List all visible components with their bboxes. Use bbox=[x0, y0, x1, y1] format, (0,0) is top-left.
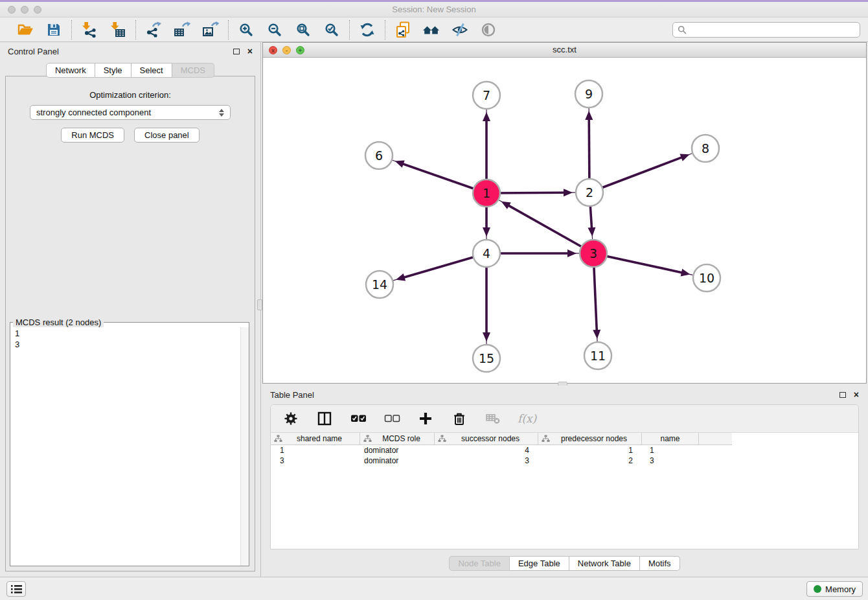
column-header-mcds-role[interactable]: MCDS role bbox=[360, 433, 435, 444]
tab-edge-table[interactable]: Edge Table bbox=[510, 556, 569, 571]
graph-edge[interactable] bbox=[589, 154, 692, 192]
mcds-result-list: 13 bbox=[10, 327, 249, 351]
column-header-successor-nodes[interactable]: successor nodes bbox=[435, 433, 538, 444]
delete-column-icon[interactable] bbox=[450, 410, 468, 428]
dropdown-stepper-icon bbox=[219, 109, 224, 117]
network-canvas[interactable]: 7968124314101511 bbox=[263, 58, 866, 383]
zoom-out-icon[interactable] bbox=[266, 21, 284, 39]
minimize-window-button[interactable] bbox=[21, 6, 29, 14]
graph-edge[interactable] bbox=[393, 160, 486, 193]
export-network-icon[interactable] bbox=[144, 21, 163, 39]
network-maximize-button[interactable]: + bbox=[296, 46, 304, 54]
table-cell[interactable]: 3 bbox=[642, 456, 699, 465]
control-panel-title: Control Panel bbox=[8, 47, 59, 56]
save-session-icon[interactable] bbox=[45, 21, 63, 39]
tab-mcds[interactable]: MCDS bbox=[172, 63, 214, 78]
graph-node[interactable]: 2 bbox=[576, 179, 603, 206]
search-box bbox=[672, 22, 860, 38]
mcds-result-item: 3 bbox=[15, 339, 244, 350]
graph-node[interactable]: 8 bbox=[692, 135, 719, 162]
search-input[interactable] bbox=[690, 25, 855, 34]
session-title: Session: New Session bbox=[0, 2, 868, 17]
network-close-button[interactable]: x bbox=[269, 46, 277, 54]
graph-edge[interactable] bbox=[393, 253, 486, 281]
close-panel-icon[interactable]: × bbox=[247, 47, 253, 55]
network-minimize-button[interactable]: - bbox=[282, 46, 291, 54]
graph-node[interactable]: 11 bbox=[584, 342, 611, 369]
graph-node[interactable]: 9 bbox=[575, 80, 602, 108]
close-table-panel-icon[interactable]: × bbox=[854, 391, 859, 398]
tab-network-table[interactable]: Network Table bbox=[569, 556, 640, 571]
mcds-result-group: MCDS result (2 nodes) 13 bbox=[10, 317, 249, 566]
table-cell[interactable]: 1 bbox=[538, 446, 642, 455]
deselect-all-icon[interactable] bbox=[383, 410, 401, 428]
task-history-button[interactable] bbox=[6, 581, 26, 597]
tab-node-table[interactable]: Node Table bbox=[449, 556, 510, 571]
memory-label: Memory bbox=[825, 584, 856, 594]
graph-edge[interactable] bbox=[499, 200, 593, 253]
export-image-icon[interactable] bbox=[201, 21, 220, 39]
select-all-icon[interactable] bbox=[349, 410, 367, 428]
table-cell[interactable]: 2 bbox=[538, 456, 642, 465]
tab-network[interactable]: Network bbox=[46, 63, 95, 78]
open-session-icon[interactable] bbox=[16, 21, 34, 39]
column-hierarchy-icon bbox=[274, 435, 282, 443]
import-table-icon[interactable] bbox=[109, 21, 127, 39]
home-view-icon[interactable] bbox=[422, 21, 440, 39]
close-window-button[interactable] bbox=[8, 6, 16, 14]
tab-select[interactable]: Select bbox=[131, 63, 172, 78]
show-view-icon[interactable] bbox=[479, 21, 497, 39]
float-table-panel-icon[interactable] bbox=[839, 392, 846, 398]
table-cell[interactable]: 1 bbox=[271, 446, 360, 455]
zoom-window-button[interactable] bbox=[34, 6, 41, 14]
optimization-criterion-select[interactable]: strongly connected component bbox=[30, 105, 231, 120]
table-cell[interactable]: dominator bbox=[360, 446, 435, 455]
table-settings-gear-icon[interactable] bbox=[282, 410, 300, 428]
graph-node-label: 2 bbox=[586, 185, 593, 200]
zoom-in-icon[interactable] bbox=[237, 21, 255, 39]
graph-node-label: 7 bbox=[483, 88, 490, 102]
graph-node[interactable]: 6 bbox=[365, 142, 393, 169]
hide-selected-icon[interactable] bbox=[451, 21, 469, 39]
app-titlebar: Session: New Session bbox=[0, 2, 868, 17]
run-mcds-button[interactable]: Run MCDS bbox=[61, 128, 124, 143]
graph-node-label: 6 bbox=[375, 148, 383, 163]
graph-edge-arrow bbox=[680, 154, 689, 161]
show-columns-icon[interactable] bbox=[315, 410, 334, 428]
graph-node[interactable]: 4 bbox=[473, 240, 500, 267]
table-row[interactable]: 3dominator323 bbox=[271, 456, 858, 466]
import-network-icon[interactable] bbox=[80, 21, 98, 39]
result-scrollbar[interactable] bbox=[240, 327, 249, 566]
zoom-selected-icon[interactable] bbox=[323, 21, 341, 39]
tab-motifs[interactable]: Motifs bbox=[640, 556, 680, 571]
graph-node[interactable]: 7 bbox=[473, 82, 500, 109]
graph-node[interactable]: 15 bbox=[473, 345, 500, 372]
graph-edge[interactable] bbox=[593, 253, 693, 276]
graph-node[interactable]: 14 bbox=[366, 271, 393, 298]
copy-style-icon[interactable] bbox=[394, 21, 412, 39]
tab-style[interactable]: Style bbox=[95, 63, 131, 78]
table-cell[interactable]: 4 bbox=[435, 446, 538, 455]
vertical-splitter-handle[interactable] bbox=[257, 299, 262, 310]
close-panel-button[interactable]: Close panel bbox=[134, 128, 200, 143]
table-cell[interactable]: 3 bbox=[271, 456, 360, 465]
zoom-fit-icon[interactable] bbox=[294, 21, 312, 39]
column-header-shared-name[interactable]: shared name bbox=[271, 433, 360, 444]
apply-layout-icon[interactable] bbox=[358, 21, 376, 39]
add-column-icon[interactable] bbox=[417, 410, 435, 428]
table-row[interactable]: 1dominator411 bbox=[271, 445, 858, 456]
application-window: Session: New Session bbox=[0, 0, 868, 600]
column-header-filler bbox=[699, 433, 732, 444]
table-cell[interactable]: 1 bbox=[642, 446, 699, 455]
graph-node[interactable]: 10 bbox=[693, 264, 720, 292]
memory-button[interactable]: Memory bbox=[806, 581, 863, 597]
column-header-predecessor-nodes[interactable]: predecessor nodes bbox=[538, 433, 642, 444]
float-panel-icon[interactable] bbox=[233, 49, 240, 54]
table-cell[interactable]: dominator bbox=[360, 456, 435, 465]
graph-node[interactable]: 3 bbox=[580, 240, 607, 267]
column-header-name[interactable]: name bbox=[642, 433, 699, 444]
table-cell[interactable]: 3 bbox=[435, 456, 538, 465]
graph-node[interactable]: 1 bbox=[473, 179, 500, 207]
export-table-icon[interactable] bbox=[173, 21, 191, 39]
graph-edge-arrow bbox=[593, 330, 600, 339]
